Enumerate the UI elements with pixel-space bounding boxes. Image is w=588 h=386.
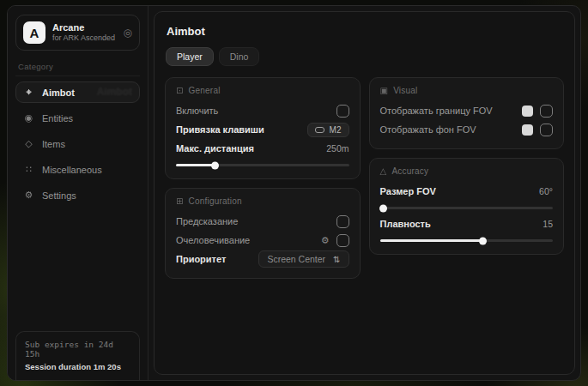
accuracy-icon: △ <box>380 166 387 176</box>
keybind-button[interactable]: M2 <box>307 123 349 137</box>
general-panel: ⊡ General Включить Привязка клавиши M2 <box>165 77 361 179</box>
logo-box: A Arcane for ARK Ascended ◎ <box>15 15 140 51</box>
max-distance-slider[interactable] <box>176 164 349 166</box>
sidebar-item-settings[interactable]: ⚙ Settings <box>15 184 140 206</box>
humanization-settings-icon[interactable]: ⚙ <box>321 235 330 246</box>
subscription-info: Sub expires in 24d 15h Session duration … <box>15 331 140 380</box>
visual-icon: ▣ <box>380 86 389 95</box>
humanization-label: Очеловечивание <box>176 235 250 245</box>
category-label: Category <box>18 62 137 71</box>
app-logo: A <box>23 21 45 44</box>
smoothness-label: Плавность <box>380 219 431 229</box>
gear-icon: ⚙ <box>23 190 34 201</box>
sidebar: A Arcane for ARK Ascended ◎ Category ⌖ A… <box>8 6 149 380</box>
tab-player[interactable]: Player <box>166 47 214 66</box>
max-distance-value: 250m <box>326 143 349 154</box>
general-icon: ⊡ <box>176 86 184 95</box>
keybind-label: Привязка клавиши <box>176 124 264 135</box>
fov-border-checkbox[interactable] <box>540 105 553 118</box>
fov-size-slider[interactable] <box>380 207 554 209</box>
fov-bg-checkbox[interactable] <box>540 124 553 136</box>
sidebar-item-label: Miscellaneous <box>42 165 102 175</box>
fov-bg-color-swatch[interactable] <box>522 124 533 136</box>
app-subtitle: for ARK Ascended <box>52 33 115 43</box>
session-duration-text: Session duration 1m 20s <box>25 362 130 371</box>
slider-thumb[interactable] <box>479 237 487 244</box>
prediction-checkbox[interactable] <box>336 215 349 228</box>
fov-size-value: 60° <box>539 186 553 196</box>
entities-icon: ◉ <box>23 112 34 124</box>
fov-border-label: Отображать границу FOV <box>380 106 493 116</box>
priority-value: Screen Center <box>267 254 325 264</box>
panel-title: Accuracy <box>391 166 428 176</box>
fov-bg-label: Отображать фон FOV <box>380 124 476 135</box>
slider-thumb[interactable] <box>379 204 387 212</box>
enable-label: Включить <box>176 106 218 116</box>
grid-icon: ∷ <box>23 164 34 175</box>
tab-bar: Player Dino <box>166 47 564 66</box>
main-panel: Aimbot Player Dino ⊡ General Включить <box>154 11 575 375</box>
app-name: Arcane <box>52 22 115 34</box>
accuracy-panel: △ Accuracy Размер FOV 60° Плавность <box>369 158 565 255</box>
sidebar-item-label: Entities <box>42 113 73 124</box>
sidebar-item-aimbot[interactable]: ⌖ Aimbot Aimbot <box>15 81 140 103</box>
smoothness-slider[interactable] <box>380 239 554 242</box>
priority-dropdown[interactable]: Screen Center ⇅ <box>258 250 349 268</box>
fov-border-color-swatch[interactable] <box>522 106 533 117</box>
sidebar-item-items[interactable]: ◇ Items <box>15 133 140 154</box>
prediction-label: Предсказание <box>176 216 238 226</box>
target-icon[interactable]: ◎ <box>124 27 132 39</box>
sub-expires-text: Sub expires in 24d 15h <box>25 340 130 359</box>
sidebar-item-entities[interactable]: ◉ Entities <box>15 107 140 129</box>
tab-dino[interactable]: Dino <box>219 47 260 66</box>
dropdown-icon: ⇅ <box>333 255 340 264</box>
visual-panel: ▣ Visual Отображать границу FOV Отобража… <box>369 77 565 149</box>
app-window: A Arcane for ARK Ascended ◎ Category ⌖ A… <box>7 5 581 381</box>
sidebar-item-miscellaneous[interactable]: ∷ Miscellaneous <box>15 159 140 180</box>
panel-title: Visual <box>393 86 417 95</box>
aimbot-watermark: Aimbot <box>97 86 132 98</box>
slider-thumb[interactable] <box>211 161 219 169</box>
keybind-value: M2 <box>330 125 342 135</box>
max-distance-label: Макс. дистанция <box>176 143 254 154</box>
sidebar-nav: ⌖ Aimbot Aimbot ◉ Entities ◇ Items ∷ Mis… <box>15 81 140 206</box>
crosshair-icon: ⌖ <box>23 87 34 98</box>
configuration-panel: ⊞ Configuration Предсказание Очеловечива… <box>165 188 361 279</box>
box-icon: ◇ <box>23 138 34 149</box>
enable-checkbox[interactable] <box>336 105 349 118</box>
fov-size-label: Размер FOV <box>380 186 436 196</box>
sidebar-item-label: Settings <box>42 190 76 201</box>
sidebar-item-label: Aimbot <box>42 87 75 98</box>
smoothness-value: 15 <box>543 219 553 229</box>
page-title: Aimbot <box>167 25 564 38</box>
sidebar-item-label: Items <box>42 139 65 149</box>
panel-title: General <box>189 86 221 95</box>
mouse-icon <box>315 127 324 133</box>
configuration-icon: ⊞ <box>176 196 184 206</box>
divider <box>15 75 140 76</box>
panel-title: Configuration <box>189 196 242 206</box>
humanization-checkbox[interactable] <box>336 234 349 247</box>
priority-label: Приоритет <box>176 254 226 264</box>
